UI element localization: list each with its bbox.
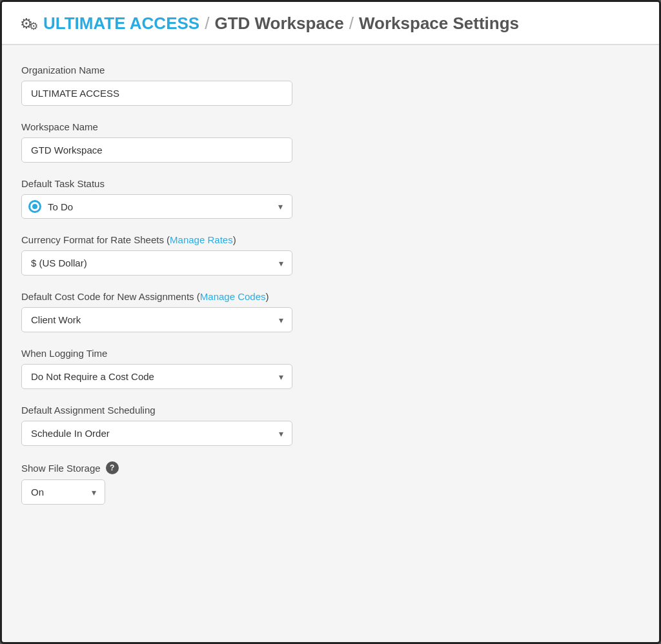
header: ⚙ ⚙ ULTIMATE ACCESS / GTD Workspace / Wo… (2, 2, 659, 45)
currency-label: Currency Format for Rate Sheets (Manage … (21, 234, 640, 245)
file-storage-select[interactable]: On Off (21, 479, 105, 505)
scheduling-group: Default Assignment Scheduling Schedule I… (21, 405, 640, 446)
cost-code-group: Default Cost Code for New Assignments (M… (21, 291, 640, 332)
file-storage-label-text: Show File Storage (21, 463, 101, 474)
currency-group: Currency Format for Rate Sheets (Manage … (21, 234, 640, 276)
page-title: ULTIMATE ACCESS / GTD Workspace / Worksp… (43, 14, 519, 34)
org-name-link[interactable]: ULTIMATE ACCESS (43, 14, 199, 34)
status-dot (28, 200, 41, 213)
scheduling-select-wrapper: Schedule In Order Schedule ASAP ▾ (21, 421, 292, 446)
logging-time-group: When Logging Time Do Not Require a Cost … (21, 348, 640, 389)
org-name-input[interactable] (21, 81, 292, 106)
currency-select-wrapper: $ (US Dollar) € (Euro) £ (British Pound)… (21, 250, 292, 276)
workspace-name-group: Workspace Name (21, 121, 640, 163)
currency-label-suffix: ) (233, 234, 236, 245)
help-icon[interactable]: ? (106, 461, 119, 474)
page-container: ⚙ ⚙ ULTIMATE ACCESS / GTD Workspace / Wo… (0, 0, 661, 644)
logging-time-select[interactable]: Do Not Require a Cost Code Require a Cos… (21, 364, 292, 389)
manage-rates-link[interactable]: Manage Rates (170, 234, 233, 245)
cost-code-label: Default Cost Code for New Assignments (M… (21, 291, 640, 302)
logging-time-select-wrapper: Do Not Require a Cost Code Require a Cos… (21, 364, 292, 389)
separator-2: / (349, 14, 354, 34)
workspace-name-label: Workspace Name (21, 121, 640, 132)
settings-title: Workspace Settings (359, 14, 519, 34)
file-storage-select-wrapper: On Off ▾ (21, 479, 105, 505)
gear-icon-small: ⚙ (29, 20, 38, 32)
status-dot-inner (32, 204, 37, 209)
task-status-select[interactable]: To Do ▾ (21, 194, 292, 219)
task-status-group: Default Task Status To Do ▾ (21, 178, 640, 219)
cost-code-select[interactable]: Client Work Internal (21, 307, 292, 332)
gear-icons: ⚙ ⚙ (20, 15, 38, 32)
settings-content: Organization Name Workspace Name Default… (2, 45, 659, 642)
file-storage-label: Show File Storage ? (21, 461, 640, 474)
separator-1: / (205, 14, 209, 34)
currency-select[interactable]: $ (US Dollar) € (Euro) £ (British Pound) (21, 250, 292, 276)
org-name-group: Organization Name (21, 65, 640, 106)
task-status-value: To Do (48, 201, 285, 212)
org-name-label: Organization Name (21, 65, 640, 75)
cost-code-label-suffix: ) (266, 291, 269, 302)
scheduling-select[interactable]: Schedule In Order Schedule ASAP (21, 421, 292, 446)
manage-codes-link[interactable]: Manage Codes (200, 291, 266, 302)
logging-time-label: When Logging Time (21, 348, 640, 359)
workspace-name-link[interactable]: GTD Workspace (214, 14, 343, 34)
scheduling-label: Default Assignment Scheduling (21, 405, 640, 416)
workspace-name-input[interactable] (21, 137, 292, 163)
cost-code-label-prefix: Default Cost Code for New Assignments ( (21, 291, 200, 302)
currency-label-prefix: Currency Format for Rate Sheets ( (21, 234, 170, 245)
file-storage-group: Show File Storage ? On Off ▾ (21, 461, 640, 505)
task-status-label: Default Task Status (21, 178, 640, 189)
cost-code-select-wrapper: Client Work Internal ▾ (21, 307, 292, 332)
